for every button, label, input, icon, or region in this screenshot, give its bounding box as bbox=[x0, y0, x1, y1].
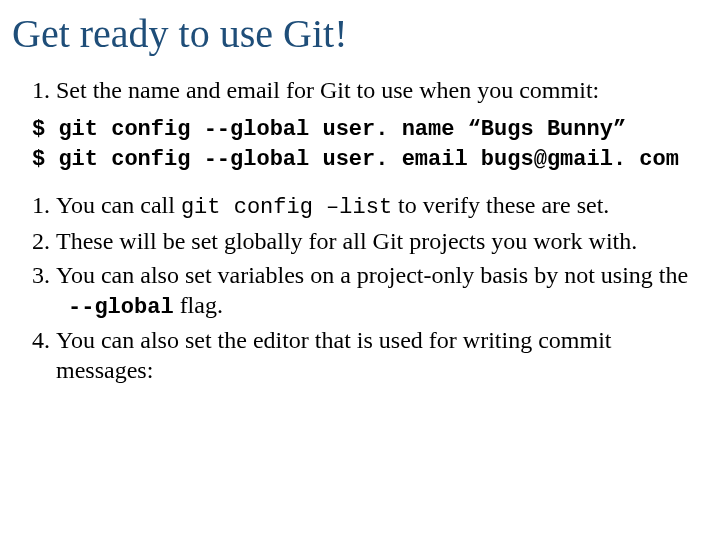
point-3-code: --global bbox=[68, 295, 174, 320]
point-1: You can call git config –list to verify … bbox=[56, 190, 708, 222]
points-list: You can call git config –list to verify … bbox=[12, 190, 708, 385]
slide-title: Get ready to use Git! bbox=[12, 10, 708, 57]
point-1-text-a: You can call bbox=[56, 192, 181, 218]
point-3-line2: --global flag. bbox=[68, 290, 708, 322]
point-3: You can also set variables on a project-… bbox=[56, 260, 708, 322]
slide: Get ready to use Git! Set the name and e… bbox=[0, 0, 720, 540]
point-4: You can also set the editor that is used… bbox=[56, 325, 708, 385]
intro-list: Set the name and email for Git to use wh… bbox=[12, 75, 708, 105]
point-3-text-a: You can also set variables on a project-… bbox=[56, 262, 688, 288]
point-3-text-b: flag. bbox=[174, 292, 223, 318]
code-line-1: $ git config --global user. name “Bugs B… bbox=[32, 117, 626, 142]
intro-item-1: Set the name and email for Git to use wh… bbox=[56, 75, 708, 105]
code-line-2: $ git config --global user. email bugs@g… bbox=[32, 147, 679, 172]
point-2: These will be set globally for all Git p… bbox=[56, 226, 708, 256]
point-1-code: git config –list bbox=[181, 195, 392, 220]
code-block: $ git config --global user. name “Bugs B… bbox=[32, 115, 708, 174]
point-1-text-b: to verify these are set. bbox=[392, 192, 609, 218]
